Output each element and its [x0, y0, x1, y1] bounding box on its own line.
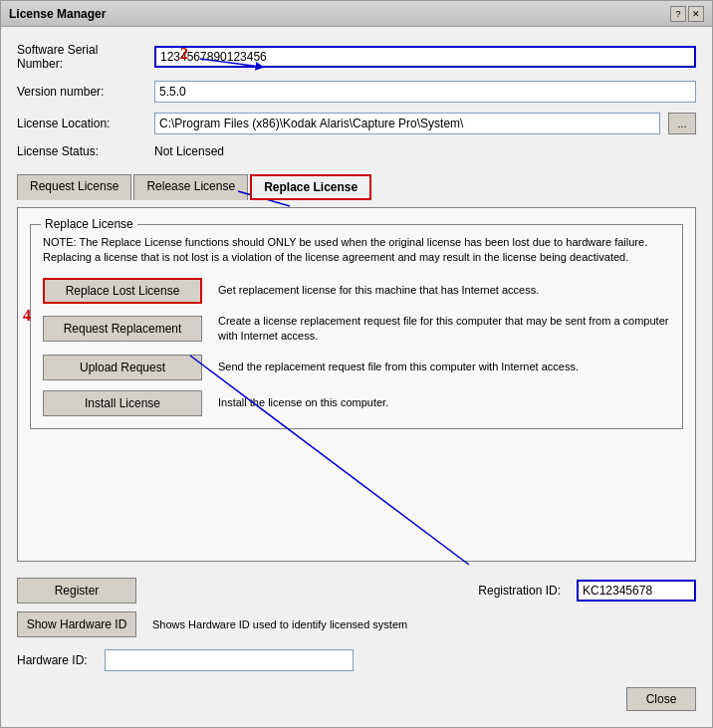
- location-label: License Location:: [17, 117, 146, 130]
- request-replacement-button[interactable]: Request Replacement: [43, 316, 202, 342]
- replace-lost-desc: Get replacement license for this machine…: [218, 283, 670, 298]
- show-hardware-id-button[interactable]: Show Hardware ID: [17, 611, 136, 637]
- reg-id-input[interactable]: [577, 580, 696, 602]
- license-manager-window: License Manager ? ✕ 2 Software Serial Nu…: [0, 0, 713, 728]
- register-reg-id-row: Register Registration ID:: [17, 578, 696, 604]
- version-label: Version number:: [17, 85, 146, 99]
- location-input[interactable]: [154, 113, 660, 134]
- tab-replace-license[interactable]: Replace License: [250, 174, 371, 200]
- help-button[interactable]: ?: [670, 6, 686, 22]
- register-button[interactable]: Register: [17, 578, 136, 604]
- serial-number-label: Software Serial Number:: [17, 43, 146, 71]
- hw-id-input[interactable]: [105, 649, 354, 671]
- window-title: License Manager: [9, 7, 106, 21]
- status-label: License Status:: [17, 144, 146, 158]
- version-input[interactable]: [154, 81, 696, 103]
- main-content: 2 Software Serial Number: Version number…: [1, 27, 712, 727]
- upload-request-button[interactable]: Upload Request: [43, 355, 202, 380]
- upload-request-desc: Send the replacement request file from t…: [218, 360, 670, 374]
- replace-license-group: Replace License NOTE: The Replace Licens…: [30, 224, 683, 429]
- title-bar: License Manager ? ✕: [1, 1, 712, 27]
- hw-description: Shows Hardware ID used to identify licen…: [152, 618, 407, 630]
- group-title: Replace License: [41, 217, 137, 231]
- browse-button[interactable]: ...: [668, 113, 696, 134]
- tab-content: Replace License NOTE: The Replace Licens…: [17, 207, 696, 562]
- status-row: License Status: Not Licensed: [17, 144, 696, 158]
- status-value: Not Licensed: [154, 144, 224, 158]
- serial-number-row: Software Serial Number:: [17, 43, 696, 71]
- install-license-desc: Install the license on this computer.: [218, 395, 670, 410]
- version-row: Version number:: [17, 81, 696, 103]
- close-button[interactable]: Close: [626, 687, 696, 711]
- hw-id-label: Hardware ID:: [17, 653, 97, 667]
- location-row: License Location: ...: [17, 113, 696, 134]
- bottom-section: Register Registration ID: Show Hardware …: [17, 578, 696, 671]
- tab-release-license[interactable]: Release License: [133, 174, 248, 200]
- request-replacement-desc: Create a license replacement request fil…: [218, 314, 670, 345]
- serial-number-input[interactable]: [154, 46, 696, 68]
- hw-id-row: Hardware ID:: [17, 649, 696, 671]
- replace-note: NOTE: The Replace License functions shou…: [43, 235, 670, 266]
- close-title-button[interactable]: ✕: [688, 6, 704, 22]
- show-hw-id-row: Show Hardware ID Shows Hardware ID used …: [17, 611, 696, 637]
- tab-bar: Request License Release License Replace …: [17, 174, 696, 200]
- reg-id-label: Registration ID:: [478, 584, 561, 598]
- step2-label: 2: [180, 45, 188, 63]
- step4-label: 4: [23, 307, 31, 325]
- action-grid: Replace Lost License Get replacement lic…: [43, 278, 670, 416]
- install-license-button[interactable]: Install License: [43, 390, 202, 416]
- replace-lost-license-button[interactable]: Replace Lost License: [43, 278, 202, 304]
- footer: Close: [17, 687, 696, 711]
- tab-request-license[interactable]: Request License: [17, 174, 131, 200]
